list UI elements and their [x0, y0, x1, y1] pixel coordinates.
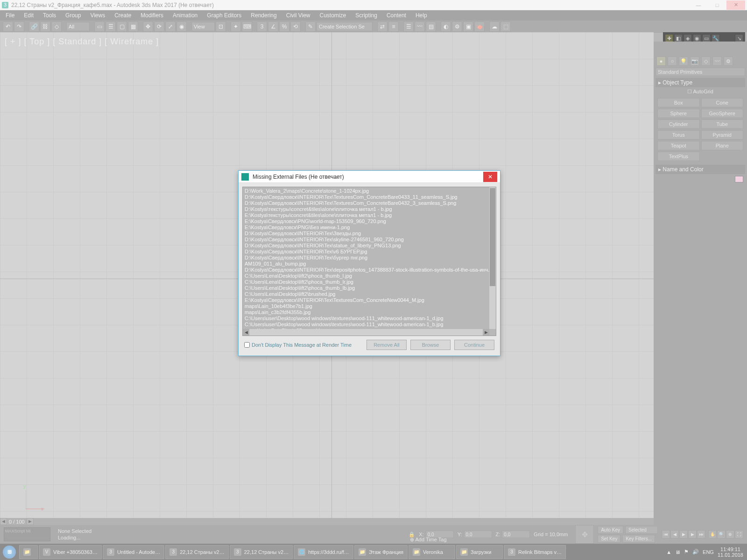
- menu-animation[interactable]: Animation: [173, 12, 197, 19]
- create-pyramid-button[interactable]: Pyramid: [701, 130, 744, 140]
- taskbar-item[interactable]: 📁Загрузки: [456, 545, 503, 559]
- missing-file-entry[interactable]: C:\Users\user\Desktop\wood windows\textu…: [245, 322, 487, 328]
- remove-all-button[interactable]: Remove All: [366, 340, 407, 350]
- angle-snap-button[interactable]: ∠: [268, 21, 278, 32]
- menu-civil-view[interactable]: Civil View: [286, 12, 310, 19]
- missing-file-entry[interactable]: C:\Users\Lena\Desktop\lift2\phoca_thumb_…: [245, 285, 487, 291]
- missing-file-entry[interactable]: E:\Kostya\Свердловск\INTERIOR\Tex\Textur…: [245, 297, 487, 303]
- taskbar-item[interactable]: 322,12 Страны v2…: [165, 545, 228, 559]
- taskbar-item[interactable]: 📁Veronika: [409, 545, 455, 559]
- align-button[interactable]: ≡: [388, 21, 399, 32]
- open-a360-button[interactable]: ⬚: [500, 21, 511, 32]
- spinner-snap-button[interactable]: ⟲: [290, 21, 301, 32]
- bind-button[interactable]: ◇: [51, 21, 62, 32]
- create-textplus-button[interactable]: TextPlus: [657, 152, 700, 161]
- autokey-button[interactable]: Auto Key: [598, 526, 623, 534]
- tray-lang[interactable]: ENG: [703, 549, 714, 555]
- create-cylinder-button[interactable]: Cylinder: [657, 119, 700, 129]
- add-time-tag[interactable]: ⊕ Add Time Tag: [406, 537, 451, 543]
- create-geosphere-button[interactable]: GeoSphere: [701, 109, 744, 118]
- missing-file-entry[interactable]: D:\Kostya\Свердловск\INTERIOR\Tex\deposi…: [245, 267, 487, 273]
- missing-file-entry[interactable]: D:\Kostya\Свердловск\INTERIOR\Tex\Звезды…: [245, 231, 487, 237]
- menu-modifiers[interactable]: Modifiers: [141, 12, 163, 19]
- key-filters-button[interactable]: Key Filters...: [622, 535, 655, 543]
- curve-editor-button[interactable]: 〰: [415, 21, 425, 32]
- layer-button[interactable]: ☰: [403, 21, 414, 32]
- start-button[interactable]: ⊞: [0, 544, 19, 560]
- missing-file-entry[interactable]: D:\Kostya\Свердловск\INTERIOR\Tex\Textur…: [245, 194, 487, 200]
- select-name-button[interactable]: ☰: [106, 21, 116, 32]
- tray-expand-icon[interactable]: ▲: [666, 549, 671, 555]
- material-editor-button[interactable]: ◐: [441, 21, 451, 32]
- taskbar-item[interactable]: 3Untitled - Autode…: [103, 545, 164, 559]
- render-frame-button[interactable]: ▣: [463, 21, 473, 32]
- menu-scripting[interactable]: Scripting: [355, 12, 377, 19]
- spacewarps-icon[interactable]: 〰: [712, 56, 722, 66]
- select-manipulate-button[interactable]: ✦: [231, 21, 241, 32]
- redo-button[interactable]: ↷: [14, 21, 24, 32]
- dialog-close-button[interactable]: ✕: [483, 172, 497, 182]
- missing-file-entry[interactable]: C:\Users\Lena\Desktop\lift2\phoca_thumb_…: [245, 273, 487, 279]
- menu-customize[interactable]: Customize: [320, 12, 346, 19]
- menu-edit[interactable]: Edit: [24, 12, 34, 19]
- isolate-button[interactable]: ✥: [575, 525, 594, 544]
- missing-file-entry[interactable]: D:\Kostya\Свердловск\INTERIOR\Tex\v6 БУР…: [245, 249, 487, 255]
- missing-file-entry[interactable]: D:\Kostya\текстуры\concret&tiles\alone\п…: [245, 206, 487, 212]
- missing-file-entry[interactable]: E:\Kostya\Свердловск\PNG\Без имени-1.png: [245, 224, 487, 231]
- play-button[interactable]: ▶: [679, 530, 688, 539]
- tray-network-icon[interactable]: 🖥: [675, 549, 680, 555]
- create-plane-button[interactable]: Plane: [701, 141, 744, 150]
- geometry-icon[interactable]: ●: [656, 56, 666, 66]
- modify-tab[interactable]: ◧: [674, 34, 683, 42]
- menu-rendering[interactable]: Rendering: [251, 12, 276, 19]
- scale-button[interactable]: ⤢: [165, 21, 176, 32]
- taskbar-item[interactable]: 3Relink Bitmaps v…: [504, 545, 566, 559]
- scroll-right-icon[interactable]: ▶: [483, 329, 489, 336]
- viewport-label[interactable]: [ + ] [ Top ] [ Standard ] [ Wireframe ]: [5, 37, 159, 47]
- list-scrollbar-horizontal[interactable]: ◀ ▶: [243, 329, 489, 336]
- object-color-swatch[interactable]: [735, 176, 743, 182]
- next-frame-button[interactable]: ▶: [688, 530, 697, 539]
- window-crossing-button[interactable]: ▦: [128, 21, 138, 32]
- maximize-viewport-icon[interactable]: ⛶: [735, 530, 743, 539]
- prev-frame-button[interactable]: ◀: [670, 530, 679, 539]
- display-tab[interactable]: ▭: [702, 34, 711, 42]
- taskbar-item[interactable]: 322,12 Страны v2…: [230, 545, 293, 559]
- orbit-icon[interactable]: ⊕: [726, 530, 734, 539]
- taskbar-item[interactable]: 📁: [19, 545, 38, 559]
- minimize-button[interactable]: —: [689, 0, 708, 10]
- select-region-button[interactable]: ▢: [117, 21, 127, 32]
- schematic-button[interactable]: ▤: [426, 21, 436, 32]
- key-mode-dropdown[interactable]: Selected: [625, 526, 658, 534]
- menu-tools[interactable]: Tools: [43, 12, 56, 19]
- snap-toggle-button[interactable]: 3: [257, 21, 267, 32]
- menu-content[interactable]: Content: [387, 12, 406, 19]
- scroll-left-icon[interactable]: ◀: [243, 329, 249, 336]
- placement-button[interactable]: ◉: [176, 21, 187, 32]
- missing-file-entry[interactable]: C:\Users\Lena\Desktop\lift2\brushed.jpg: [245, 291, 487, 297]
- taskbar-item[interactable]: 📁Этаж Франция: [354, 545, 408, 559]
- tray-volume-icon[interactable]: 🔊: [692, 549, 699, 555]
- render-setup-button[interactable]: ⚙: [452, 21, 462, 32]
- missing-file-entry[interactable]: E:\Kostya\текстуры\concret&tiles\alone\п…: [245, 212, 487, 218]
- missing-file-entry[interactable]: maps\Lain_10eb4f3be7b1.jpg: [245, 303, 487, 309]
- systems-icon[interactable]: ⚙: [724, 56, 733, 66]
- create-teapot-button[interactable]: Teapot: [657, 141, 700, 150]
- scroll-right-arrow[interactable]: ▶: [27, 518, 34, 525]
- browse-button[interactable]: Browse: [410, 340, 451, 350]
- goto-start-button[interactable]: ⏮: [662, 530, 670, 539]
- create-tube-button[interactable]: Tube: [701, 119, 744, 129]
- object-type-rollout[interactable]: ▸ Object Type: [655, 78, 745, 87]
- missing-file-entry[interactable]: maps\Lain_c3b2fdf4355b.jpg: [245, 309, 487, 315]
- tray-date[interactable]: 11.01.2018: [718, 552, 743, 558]
- create-box-button[interactable]: Box: [657, 98, 700, 107]
- missing-file-entry[interactable]: D:\Kostya\Свердловск\INTERIOR\Tex\Textur…: [245, 200, 487, 206]
- setkey-button[interactable]: Set Key: [598, 535, 620, 543]
- ref-coord-dropdown[interactable]: View: [191, 22, 215, 31]
- tray-action-icon[interactable]: ⚑: [684, 549, 689, 555]
- timeline-scrollbar[interactable]: ◀ 0 / 100 ▶: [0, 518, 663, 525]
- lock-icon[interactable]: ↘: [735, 34, 743, 42]
- missing-file-entry[interactable]: AM109_011_alu_bump.jpg: [245, 261, 487, 267]
- render-button[interactable]: 🫖: [474, 21, 485, 32]
- missing-file-entry[interactable]: D:\Kostya\Свердловск\INTERIOR\Tex\skylin…: [245, 237, 487, 243]
